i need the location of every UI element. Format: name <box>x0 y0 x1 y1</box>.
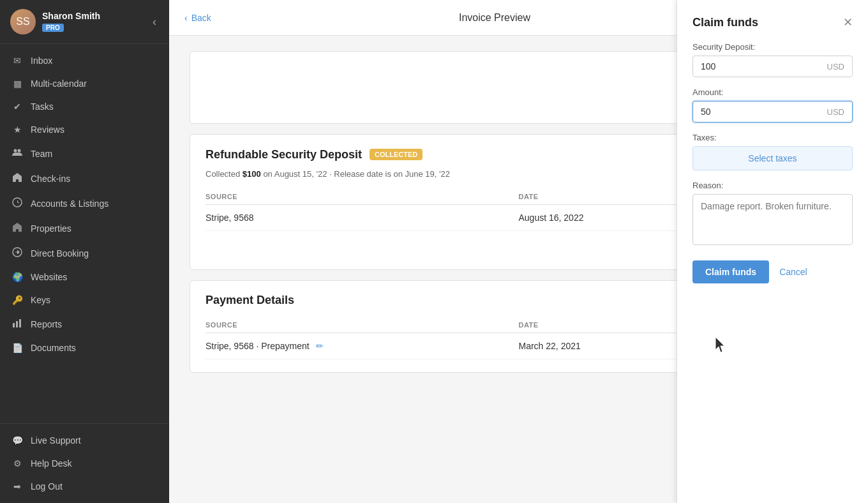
sidebar-item-live-support[interactable]: 💬 Live Support <box>0 429 169 452</box>
deposit-title-text: Refundable Security Deposit <box>206 148 362 161</box>
sidebar-item-label: Check-ins <box>31 174 70 184</box>
user-badge: PRO <box>42 24 64 32</box>
sidebar-item-label: Live Support <box>31 435 81 446</box>
cursor <box>715 337 731 356</box>
amount-input[interactable] <box>701 107 822 117</box>
sidebar-item-label: Inbox <box>31 56 52 66</box>
source-column-header: SOURCE <box>206 193 519 200</box>
select-taxes-button[interactable]: Select taxes <box>692 146 853 170</box>
claim-actions: Claim funds Cancel <box>692 260 853 283</box>
sidebar-item-log-out[interactable]: ➡ Log Out <box>0 475 169 498</box>
sidebar-item-reviews[interactable]: ★ Reviews <box>0 118 169 141</box>
sidebar-item-tasks[interactable]: ✔ Tasks <box>0 95 169 118</box>
direct-booking-icon <box>11 247 23 259</box>
reports-icon <box>11 318 23 330</box>
cancel-button[interactable]: Cancel <box>779 267 807 277</box>
reason-label: Reason: <box>692 181 853 190</box>
svg-point-0 <box>14 149 17 153</box>
sidebar-item-label: Log Out <box>31 481 63 492</box>
check-ins-icon <box>11 172 23 184</box>
main-content: ‹ Back Invoice Preview 1 Calendar Subtot… <box>169 0 868 503</box>
sidebar-item-label: Team <box>31 149 52 159</box>
deposit-amount: $100 <box>243 169 261 179</box>
claim-panel-close-button[interactable]: ✕ <box>843 15 853 29</box>
sidebar-item-label: Websites <box>31 272 67 282</box>
avatar: SS <box>10 9 36 34</box>
log-out-icon: ➡ <box>11 481 23 492</box>
security-deposit-currency: USD <box>827 62 844 71</box>
sidebar-item-label: Reports <box>31 319 62 329</box>
sidebar-bottom: 💬 Live Support ⚙ Help Desk ➡ Log Out <box>0 423 169 503</box>
sidebar-item-websites[interactable]: 🌍 Websites <box>0 266 169 289</box>
sidebar-item-inbox[interactable]: ✉ Inbox <box>0 49 169 72</box>
sidebar-item-keys[interactable]: 🔑 Keys <box>0 289 169 312</box>
sidebar: SS Sharon Smith PRO ‹ ✉ Inbox ▦ Multi-ca… <box>0 0 169 503</box>
taxes-label: Taxes: <box>692 133 853 142</box>
user-name: Sharon Smith <box>42 11 100 21</box>
sidebar-item-label: Help Desk <box>31 458 72 469</box>
help-desk-icon: ⚙ <box>11 458 23 469</box>
sidebar-user: SS Sharon Smith PRO <box>10 9 100 34</box>
websites-icon: 🌍 <box>11 272 23 282</box>
amount-group: Amount: USD <box>692 87 853 123</box>
sidebar-item-label: Documents <box>31 343 76 353</box>
edit-payment-icon[interactable]: ✏ <box>316 341 324 351</box>
back-button[interactable]: ‹ Back <box>184 13 211 23</box>
accounts-listings-icon <box>11 197 23 209</box>
sidebar-item-label: Accounts & Listings <box>31 199 108 209</box>
security-deposit-input[interactable] <box>701 61 822 71</box>
sidebar-collapse-button[interactable]: ‹ <box>150 13 159 31</box>
taxes-group: Taxes: Select taxes <box>692 133 853 170</box>
documents-icon: 📄 <box>11 343 23 353</box>
sidebar-item-label: Tasks <box>31 101 54 112</box>
amount-input-wrapper: USD <box>692 101 853 123</box>
amount-currency: USD <box>827 107 844 117</box>
reason-group: Reason: <box>692 181 853 248</box>
svg-point-1 <box>18 149 21 153</box>
sidebar-item-reports[interactable]: Reports <box>0 312 169 336</box>
amount-label: Amount: <box>692 87 853 97</box>
sidebar-item-multi-calendar[interactable]: ▦ Multi-calendar <box>0 72 169 95</box>
sidebar-item-accounts-listings[interactable]: Accounts & Listings <box>0 191 169 216</box>
claim-panel: Claim funds ✕ Security Deposit: USD Amou… <box>677 0 868 503</box>
properties-icon <box>11 222 23 234</box>
back-chevron-icon: ‹ <box>184 13 188 23</box>
sidebar-item-team[interactable]: Team <box>0 141 169 166</box>
sidebar-item-label: Keys <box>31 295 50 305</box>
payment-source-header: SOURCE <box>206 321 519 329</box>
claim-funds-button[interactable]: Claim funds <box>692 260 769 283</box>
tasks-icon: ✔ <box>11 101 23 112</box>
security-deposit-group: Security Deposit: USD <box>692 42 853 77</box>
claim-panel-title: Claim funds <box>692 16 758 29</box>
svg-rect-4 <box>13 323 15 327</box>
page-title: Invoice Preview <box>459 12 530 24</box>
multi-calendar-icon: ▦ <box>11 79 23 89</box>
sidebar-header: SS Sharon Smith PRO ‹ <box>0 0 169 44</box>
back-label: Back <box>191 13 211 23</box>
svg-rect-6 <box>19 319 21 327</box>
security-deposit-label: Security Deposit: <box>692 42 853 52</box>
sidebar-item-label: Properties <box>31 223 71 234</box>
reason-textarea[interactable] <box>692 194 853 245</box>
payment-source-value: Stripe, 9568 · Prepayment ✏ <box>206 341 519 351</box>
team-icon <box>11 147 23 160</box>
sidebar-item-properties[interactable]: Properties <box>0 216 169 241</box>
sidebar-nav: ✉ Inbox ▦ Multi-calendar ✔ Tasks ★ Revie… <box>0 44 169 423</box>
live-support-icon: 💬 <box>11 435 23 446</box>
svg-rect-5 <box>16 321 18 327</box>
sidebar-item-help-desk[interactable]: ⚙ Help Desk <box>0 452 169 475</box>
claim-panel-header: Claim funds ✕ <box>692 15 853 29</box>
security-deposit-input-wrapper: USD <box>692 56 853 77</box>
deposit-source-value: Stripe, 9568 <box>206 213 519 223</box>
sidebar-item-label: Reviews <box>31 124 64 135</box>
deposit-title: Refundable Security Deposit COLLECTED <box>206 148 423 161</box>
sidebar-item-label: Direct Booking <box>31 248 89 259</box>
sidebar-item-direct-booking[interactable]: Direct Booking <box>0 241 169 266</box>
reviews-icon: ★ <box>11 124 23 135</box>
collected-badge: COLLECTED <box>370 149 423 160</box>
sidebar-item-label: Multi-calendar <box>31 79 87 89</box>
inbox-icon: ✉ <box>11 56 23 66</box>
sidebar-item-check-ins[interactable]: Check-ins <box>0 166 169 191</box>
keys-icon: 🔑 <box>11 295 23 305</box>
sidebar-item-documents[interactable]: 📄 Documents <box>0 336 169 359</box>
